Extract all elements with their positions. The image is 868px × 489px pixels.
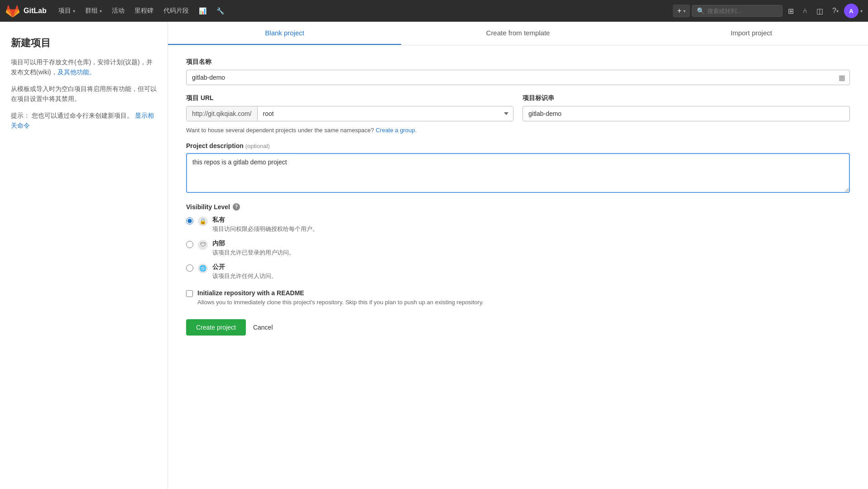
description-group: Project description (optional) this repo… [186,142,850,194]
search-input[interactable] [707,8,771,14]
main-content: Blank project Create from template Impor… [168,22,868,489]
visibility-internal: 🛡 内部 该项目允许已登录的用户访问。 [186,240,850,257]
user-avatar[interactable]: A [844,4,858,18]
description-label: Project description (optional) [186,142,850,149]
lock-icon: 🔒 [198,216,208,226]
visibility-private-label: 私有 项目访问权限必须明确授权给每个用户。 [212,216,318,233]
project-slug-label: 项目标识串 [523,94,850,102]
nav-projects[interactable]: 项目 ▾ [54,4,80,18]
readme-checkbox[interactable] [186,290,193,297]
project-name-group: 项目名称 ▦ [186,58,850,85]
tab-blank-project[interactable]: Blank project [168,22,401,45]
project-tabs: Blank project Create from template Impor… [168,22,868,45]
navbar: GitLab 项目 ▾ 群组 ▾ 活动 里程碑 代码片段 📊 🔧 + ▾ 🔍 ⊞… [0,0,868,22]
help-chevron-icon: ▾ [836,9,839,14]
url-prefix: http://git.qikqiak.com/ [187,106,258,121]
avatar-chevron-icon: ▾ [860,9,863,14]
visibility-section: Visibility Level ? 🔒 私有 项目访问权限必须明确授权给每个用… [186,203,850,280]
nav-panels-icon[interactable]: ⊞ [784,4,797,18]
readme-option: Initialize repository with a README Allo… [186,289,850,307]
sidebar: 新建项目 项目可以用于存放文件(仓库)，安排计划(议题)，并发布文档(wiki)… [0,22,168,489]
nav-snippets[interactable]: 代码片段 [159,4,193,18]
nav-activity[interactable]: 活动 [107,4,129,18]
nav-help-icon[interactable]: ? ▾ [829,4,842,18]
create-group-link[interactable]: Create a group. [376,127,417,134]
namespace-select[interactable]: root [258,106,513,121]
navbar-right: + ▾ 🔍 ⊞ ⑃ ◫ ? ▾ A ▾ [673,4,863,18]
page-title: 新建项目 [11,36,157,50]
tab-create-from-template[interactable]: Create from template [401,22,634,45]
url-row: 项目 URL http://git.qikqiak.com/ root 项目标识… [186,94,850,121]
readme-section: Initialize repository with a README Allo… [186,289,850,307]
sidebar-desc2: 从模板或导入时为空白项目将启用所有功能，但可以在项目设置中将其禁用。 [11,84,157,104]
project-url-group: 项目 URL http://git.qikqiak.com/ root [186,94,513,121]
main-nav: 项目 ▾ 群组 ▾ 活动 里程碑 代码片段 📊 🔧 [54,4,229,18]
form-actions: Create project Cancel [186,319,850,336]
project-name-input[interactable] [186,70,850,85]
readme-label: Initialize repository with a README Allo… [197,289,484,307]
nav-wrench-icon[interactable]: 🔧 [212,5,229,17]
visibility-public: 🌐 公开 该项目允许任何人访问。 [186,263,850,280]
cancel-button[interactable]: Cancel [253,319,273,336]
project-name-label: 项目名称 [186,58,850,66]
project-slug-input[interactable] [523,106,850,121]
search-box[interactable]: 🔍 [692,5,782,17]
projects-chevron-icon: ▾ [73,9,75,14]
plus-chevron-icon: ▾ [683,9,686,14]
nav-review-icon[interactable]: ◫ [813,4,827,18]
visibility-help-icon[interactable]: ? [233,203,240,211]
gitlab-logo[interactable]: GitLab [5,4,47,18]
nav-milestones[interactable]: 里程碑 [130,4,158,18]
project-form: 项目名称 ▦ 项目 URL http://git.qikqiak.com/ ro… [168,45,868,348]
sidebar-desc1: 项目可以用于存放文件(仓库)，安排计划(议题)，并发布文档(wiki)，及其他功… [11,57,157,77]
groups-chevron-icon: ▾ [100,9,102,14]
nav-groups[interactable]: 群组 ▾ [81,4,106,18]
visibility-internal-label: 内部 该项目允许已登录的用户访问。 [212,240,295,257]
nav-merge-icon[interactable]: ⑃ [799,4,811,18]
nav-chart-icon[interactable]: 📊 [194,5,211,17]
visibility-internal-radio[interactable] [186,241,193,248]
visibility-private-radio[interactable] [186,217,193,225]
shield-icon: 🛡 [198,240,208,250]
page-wrapper: 新建项目 项目可以用于存放文件(仓库)，安排计划(议题)，并发布文档(wiki)… [0,22,868,489]
optional-label: (optional) [245,143,270,149]
project-url-label: 项目 URL [186,94,513,102]
tab-import-project[interactable]: Import project [635,22,868,45]
namespace-hint: Want to house several dependent projects… [186,126,850,135]
visibility-public-radio[interactable] [186,264,193,272]
create-project-button[interactable]: Create project [186,319,246,336]
url-input-group: http://git.qikqiak.com/ root [186,106,513,121]
visibility-private: 🔒 私有 项目访问权限必须明确授权给每个用户。 [186,216,850,233]
visibility-title: Visibility Level ? [186,203,850,211]
gitlab-logo-text: GitLab [24,7,47,15]
visibility-public-label: 公开 该项目允许任何人访问。 [212,263,277,280]
other-features-link[interactable]: 及其他功能。 [58,68,96,76]
project-slug-group: 项目标识串 [523,94,850,121]
new-item-button[interactable]: + ▾ [673,5,690,17]
project-name-wrap: ▦ [186,70,850,85]
sidebar-tip: 提示： 您也可以通过命令行来创建新项目。 显示相关命令 [11,110,157,131]
search-icon: 🔍 [697,7,705,14]
description-textarea[interactable]: this repos is a gitlab demo project [186,153,850,193]
project-name-icon: ▦ [839,73,845,82]
globe-icon: 🌐 [198,264,208,273]
